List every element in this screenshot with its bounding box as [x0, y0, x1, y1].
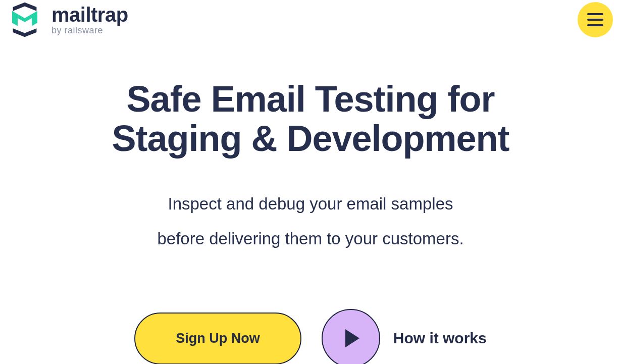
hamburger-icon — [587, 19, 603, 21]
how-it-works-button[interactable]: How it works — [322, 309, 487, 364]
hero-sub-line2: before delivering them to your customers… — [157, 229, 463, 248]
hero-title-line2: Staging & Development — [112, 118, 509, 159]
menu-button[interactable] — [578, 2, 613, 37]
signup-button[interactable]: Sign Up Now — [134, 313, 301, 364]
logo-text: mailtrap by railsware — [51, 5, 128, 35]
cta-row: Sign Up Now How it works — [0, 309, 621, 364]
hero-sub-line1: Inspect and debug your email samples — [168, 194, 453, 213]
play-icon — [322, 309, 380, 364]
hero-title: Safe Email Testing for Staging & Develop… — [0, 80, 621, 159]
hero-section: Safe Email Testing for Staging & Develop… — [0, 80, 621, 364]
hero-subtitle: Inspect and debug your email samples bef… — [0, 186, 621, 256]
brand-byline: by railsware — [51, 26, 128, 35]
logo[interactable]: mailtrap by railsware — [5, 0, 128, 39]
logo-mark-icon — [5, 0, 44, 39]
hamburger-icon — [587, 13, 603, 15]
hero-title-line1: Safe Email Testing for — [127, 79, 495, 119]
hamburger-icon — [587, 24, 603, 26]
brand-name: mailtrap — [51, 5, 128, 25]
play-triangle-icon — [345, 329, 359, 347]
header: mailtrap by railsware — [0, 0, 621, 39]
how-it-works-label: How it works — [393, 330, 487, 347]
